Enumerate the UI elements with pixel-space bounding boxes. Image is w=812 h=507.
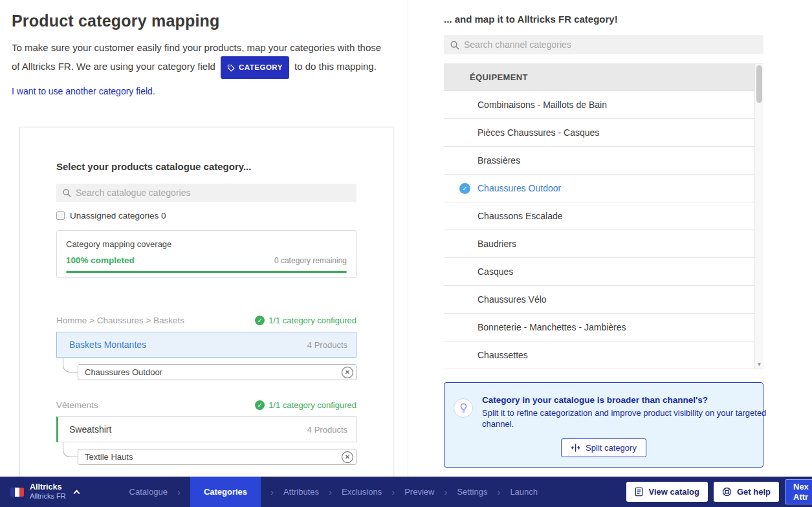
page-title: Product category mapping <box>12 12 396 30</box>
channel-category-label: Chaussures Outdoor <box>477 183 561 193</box>
channel-category-label: Baudriers <box>477 239 516 249</box>
get-help-button[interactable]: Get help <box>714 482 779 502</box>
channel-category-row[interactable]: Pièces Chaussures - Casques <box>444 119 763 147</box>
channel-category-row[interactable]: Chaussures Vélo <box>444 286 763 314</box>
channel-category-list: ÉQUIPEMENT Combinaisons - Maillots de Ba… <box>444 63 763 369</box>
split-icon <box>571 444 580 452</box>
section-status-label: 1/1 category configured <box>269 400 357 410</box>
coverage-progress-bar <box>66 271 347 273</box>
chevron-right-icon: › <box>497 486 500 497</box>
catalog-search-input[interactable] <box>76 188 351 198</box>
close-icon: ✕ <box>345 453 350 460</box>
channel-category-label: Chaussures Vélo <box>477 294 547 305</box>
coverage-title: Category mapping coverage <box>66 239 347 249</box>
mapping-connector <box>63 358 78 372</box>
section-status-label: 1/1 category configured <box>269 316 357 325</box>
scroll-down-icon[interactable]: ▼ <box>755 361 763 367</box>
view-catalog-label: View catalog <box>648 487 699 497</box>
step-preview[interactable]: Preview <box>404 487 434 497</box>
channel-category-label: Chaussettes <box>477 350 528 360</box>
coverage-card: Category mapping coverage 100% completed… <box>56 230 357 278</box>
remove-mapping-button[interactable]: ✕ <box>342 451 353 463</box>
mapped-category-tag: Textile Hauts ✕ <box>78 449 357 465</box>
step-launch[interactable]: Launch <box>510 487 538 497</box>
chevron-right-icon: › <box>391 486 395 497</box>
get-help-label: Get help <box>737 487 771 497</box>
chevron-right-icon: › <box>270 486 274 497</box>
channel-category-row[interactable]: Chaussettes <box>444 341 763 369</box>
channel-panel-title: ... and map it to Alltricks FR category! <box>444 14 763 25</box>
check-icon: ✓ <box>255 316 265 325</box>
step-catalogue[interactable]: Catalogue <box>129 487 168 497</box>
catalog-categories-card: Select your products catalogue category.… <box>19 127 393 477</box>
catalog-section: Vêtements ✓ 1/1 category configured Swea… <box>56 400 357 465</box>
next-step-button[interactable]: Nex Attr <box>785 479 812 504</box>
search-icon <box>450 40 459 50</box>
channel-category-row[interactable]: Combinaisons - Maillots de Bain <box>444 91 763 119</box>
channel-mapping-panel: ... and map it to Alltricks FR category!… <box>444 0 763 477</box>
next-step-label-line2: Attr <box>793 492 808 502</box>
account-name: Alltricks <box>30 482 66 492</box>
info-body: Split it to refine categorization and im… <box>482 407 771 429</box>
category-breadcrumb: Vêtements <box>56 400 98 410</box>
catalog-category-name: Sweatshirt <box>69 424 111 435</box>
step-exclusions[interactable]: Exclusions <box>342 487 382 497</box>
intro-part2: to do this mapping. <box>294 61 377 72</box>
channel-search-input[interactable] <box>464 39 758 50</box>
channel-category-label: Pièces Chaussures - Casques <box>477 127 599 138</box>
catalog-panel-title: Select your products catalogue category.… <box>56 161 357 172</box>
catalog-section: Homme > Chaussures > Baskets ✓ 1/1 categ… <box>56 316 357 380</box>
list-scrollbar[interactable]: ▼ <box>754 64 763 369</box>
catalog-category-row[interactable]: Sweatshirt 4 Products <box>56 416 357 442</box>
chevron-up-icon <box>73 490 80 496</box>
section-status: ✓ 1/1 category configured <box>255 316 357 325</box>
mapped-category-label: Textile Hauts <box>85 452 133 462</box>
wizard-footer: Alltricks Alltricks FR Catalogue › Categ… <box>0 477 812 507</box>
mapped-category-tag: Chaussures Outdoor ✕ <box>78 364 357 380</box>
document-icon <box>635 487 643 497</box>
search-icon <box>62 188 71 197</box>
account-switcher[interactable]: Alltricks Alltricks FR <box>10 482 79 501</box>
channel-category-label: Combinaisons - Maillots de Bain <box>477 100 607 110</box>
catalog-mapping-panel: Product category mapping To make sure yo… <box>0 0 408 477</box>
unassigned-label: Unassigned categories 0 <box>70 211 166 221</box>
change-category-field-link[interactable]: I want to use another category field. <box>12 86 155 96</box>
step-settings[interactable]: Settings <box>457 487 487 497</box>
channel-category-label: Bonneterie - Manchettes - Jambières <box>477 322 626 332</box>
coverage-remaining: 0 category remaining <box>274 256 347 265</box>
check-icon: ✓ <box>459 183 470 194</box>
column-divider <box>408 0 408 477</box>
split-category-button[interactable]: Split category <box>561 438 646 457</box>
channel-category-label: Chaussons Escalade <box>477 211 563 221</box>
channel-category-row[interactable]: Casques <box>444 258 763 286</box>
channel-category-row[interactable]: Brassières <box>444 147 763 175</box>
close-icon: ✕ <box>345 369 350 376</box>
channel-category-row-selected[interactable]: ✓ Chaussures Outdoor <box>444 175 763 202</box>
scrollbar-thumb[interactable] <box>756 65 762 103</box>
split-category-info-box: Category in your catalogue is broader th… <box>444 382 763 468</box>
account-channel: Alltricks FR <box>30 492 66 501</box>
wizard-steps: Catalogue › Categories › Attributes › Ex… <box>129 477 538 507</box>
france-flag-icon <box>10 488 24 497</box>
unassigned-filter[interactable]: Unassigned categories 0 <box>56 211 357 221</box>
split-category-label: Split category <box>586 443 637 453</box>
lightbulb-icon <box>454 398 473 418</box>
step-categories[interactable]: Categories <box>190 477 261 507</box>
catalog-category-row[interactable]: Baskets Montantes 4 Products <box>56 332 357 358</box>
mapping-connector <box>63 442 78 457</box>
step-attributes[interactable]: Attributes <box>283 487 319 497</box>
section-status: ✓ 1/1 category configured <box>255 400 357 410</box>
intro-text: To make sure your customer easily find y… <box>12 39 390 79</box>
channel-group-header[interactable]: ÉQUIPEMENT <box>444 63 763 91</box>
check-icon: ✓ <box>255 400 265 410</box>
channel-category-row[interactable]: Baudriers <box>444 230 763 258</box>
channel-category-row[interactable]: Chaussons Escalade <box>444 202 763 230</box>
catalog-category-name: Baskets Montantes <box>69 340 146 350</box>
category-field-badge-label: CATEGORY <box>239 59 283 76</box>
remove-mapping-button[interactable]: ✕ <box>342 367 353 378</box>
unassigned-checkbox[interactable] <box>56 211 65 220</box>
footer-actions: View catalog Get help Nex Attr <box>626 477 812 507</box>
tag-icon <box>227 64 235 72</box>
channel-category-row[interactable]: Bonneterie - Manchettes - Jambières <box>444 314 763 341</box>
view-catalog-button[interactable]: View catalog <box>626 482 708 502</box>
